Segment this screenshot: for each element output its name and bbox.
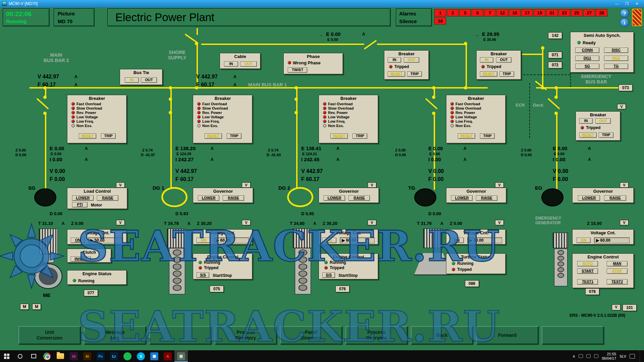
indesign-app-icon[interactable]: Id xyxy=(67,350,80,362)
alarm-number[interactable]: 7 xyxy=(484,9,496,16)
dg2-raise-button[interactable]: RAISE xyxy=(348,195,370,201)
eg-voltage-on-button[interactable]: ON xyxy=(577,238,591,243)
eg-test1-button[interactable]: TEST1 xyxy=(577,279,598,285)
eg-breaker-out-button[interactable]: OUT xyxy=(595,118,611,124)
sg-voltage-on-button[interactable]: ON xyxy=(71,238,85,243)
emergency-switch[interactable] xyxy=(535,80,547,90)
m-button[interactable]: M xyxy=(32,304,41,310)
eg-man-button[interactable]: MAN xyxy=(607,261,628,266)
eg-v-button[interactable]: V xyxy=(617,104,626,109)
start-button[interactable] xyxy=(0,350,13,362)
menu-back[interactable]: Back xyxy=(411,326,473,344)
eg-v-button[interactable]: V xyxy=(620,182,629,188)
dg1-voltage-on-button[interactable]: ON xyxy=(197,238,211,243)
dg2-v-button[interactable]: V xyxy=(368,182,376,188)
dg2-v-button[interactable]: V xyxy=(368,220,376,225)
dg2-lower-button[interactable]: LOWER xyxy=(324,195,345,201)
tag-076[interactable]: 076 xyxy=(335,286,350,292)
menu-panel-directory[interactable]: PanelDirectory xyxy=(280,326,342,344)
sg-clutch-button[interactable]: IN/OUT xyxy=(71,256,91,262)
photoshop-app-icon[interactable]: Ps xyxy=(94,350,107,362)
sg-breaker-reset-button[interactable]: RESET xyxy=(79,133,96,139)
menu-blank[interactable] xyxy=(149,326,211,344)
dg2-voltage-on-button[interactable]: ON xyxy=(322,238,336,243)
tg-raise-button[interactable]: RAISE xyxy=(476,195,497,201)
dg2-start-stop-button[interactable]: S/S xyxy=(322,273,335,278)
breaker-in-button[interactable]: IN xyxy=(480,57,493,63)
volume-icon[interactable] xyxy=(594,354,598,358)
tag-071[interactable]: 071 xyxy=(548,52,562,58)
sg-raise-button[interactable]: RAISE xyxy=(97,195,118,201)
minimize-button[interactable]: — xyxy=(612,0,622,7)
dg1-breaker-trip-button[interactable]: TRIP xyxy=(227,133,241,139)
sg-v-button[interactable]: V xyxy=(116,182,125,188)
tag-086[interactable]: 086 xyxy=(465,280,479,287)
sg-pti-button[interactable]: PTI xyxy=(72,202,88,207)
tg-voltage-on-button[interactable]: ON xyxy=(450,238,464,243)
synch-sg-button[interactable]: SG xyxy=(575,64,599,69)
file-explorer-icon[interactable] xyxy=(54,350,67,362)
m-button[interactable]: M xyxy=(20,304,29,310)
cable-out-button[interactable]: OUT xyxy=(240,61,257,67)
menu-unit-conversion[interactable]: UnitConversion xyxy=(18,326,80,344)
dg1-v-button[interactable]: V xyxy=(242,220,251,225)
eg-stop-button[interactable]: STOP xyxy=(607,268,628,274)
close-button[interactable]: ✕ xyxy=(632,0,642,7)
battery-icon[interactable] xyxy=(579,354,583,358)
green-app-icon[interactable] xyxy=(121,350,134,362)
eg-breaker-switch[interactable] xyxy=(548,98,560,110)
tag-075[interactable]: 075 xyxy=(210,286,224,292)
dg1-breaker-reset-button[interactable]: RESET xyxy=(205,133,222,139)
breaker-in-button[interactable]: IN xyxy=(388,57,401,63)
tg-v-button[interactable]: V xyxy=(495,182,504,188)
silence-button[interactable]: Silence xyxy=(399,18,417,24)
dg1-lower-button[interactable]: LOWER xyxy=(198,195,219,201)
alarm-number[interactable]: 16 xyxy=(509,9,521,16)
illustrator-app-icon[interactable]: Ai xyxy=(80,350,94,362)
eg-v-button[interactable]: V xyxy=(620,220,629,225)
eg-auto-button[interactable]: AUTO xyxy=(577,261,598,266)
alarm-number[interactable]: 1 xyxy=(434,9,446,16)
eg-breaker-in-button[interactable]: IN xyxy=(579,118,593,124)
acrobat-app-icon[interactable]: A xyxy=(161,350,174,362)
twist-button[interactable]: TWIST xyxy=(288,67,307,73)
breaker-reset-button[interactable]: RESET xyxy=(388,71,405,77)
tg-breaker-reset-button[interactable]: RESET xyxy=(458,133,475,139)
breaker-out-button[interactable]: OUT xyxy=(496,57,512,63)
alarm-number[interactable]: 21 xyxy=(546,9,558,16)
skype-app-icon[interactable]: S xyxy=(134,350,148,362)
eg-test2-button[interactable]: TEST2 xyxy=(607,279,628,285)
tg-breaker-switch[interactable] xyxy=(425,98,438,110)
feeder-switch[interactable] xyxy=(364,40,377,50)
tag-072[interactable]: 072 xyxy=(548,62,562,68)
breaker-reset-button[interactable]: RESET xyxy=(480,71,497,77)
dg1-raise-button[interactable]: RAISE xyxy=(223,195,244,201)
alarm-number[interactable]: 23 xyxy=(558,9,570,16)
alarm-number[interactable]: 19 xyxy=(534,9,545,16)
search-icon[interactable] xyxy=(13,350,27,362)
eg-breaker-reset-button[interactable]: RESET xyxy=(579,132,597,138)
breaker-trip-button[interactable]: TRIP xyxy=(407,71,422,77)
tg-lower-button[interactable]: LOWER xyxy=(451,195,473,201)
breaker-trip-button[interactable]: TRIP xyxy=(499,71,514,77)
eg-lower-button[interactable]: LOWER xyxy=(578,195,600,201)
lightroom-app-icon[interactable]: Lr xyxy=(107,350,121,362)
alarm-number[interactable]: 12 xyxy=(496,9,508,16)
tag-078[interactable]: 078 xyxy=(585,288,599,295)
sg-breaker-trip-button[interactable]: TRIP xyxy=(101,133,116,139)
dg1-v-button[interactable]: V xyxy=(242,182,251,188)
alarm-number[interactable]: 5 xyxy=(459,9,471,16)
alarm-number[interactable]: 6 xyxy=(472,9,483,16)
tag-101[interactable]: 101 xyxy=(623,304,637,311)
synch-conn-button[interactable]: CONN xyxy=(575,48,599,53)
task-view-icon[interactable] xyxy=(27,350,40,362)
alarm-number[interactable]: 17 xyxy=(521,9,533,16)
sg-v-button[interactable]: V xyxy=(116,220,125,225)
dg2-breaker-reset-button[interactable]: RESET xyxy=(330,133,348,139)
menu-blank[interactable] xyxy=(542,326,604,344)
v-button[interactable]: V xyxy=(612,304,621,310)
synch-dg2-button[interactable]: DG2 xyxy=(604,56,628,61)
dg1-start-stop-button[interactable]: S/S xyxy=(197,273,209,278)
tg-breaker-trip-button[interactable]: TRIP xyxy=(480,133,495,139)
bus-tie-out-button[interactable]: OUT xyxy=(141,77,157,83)
